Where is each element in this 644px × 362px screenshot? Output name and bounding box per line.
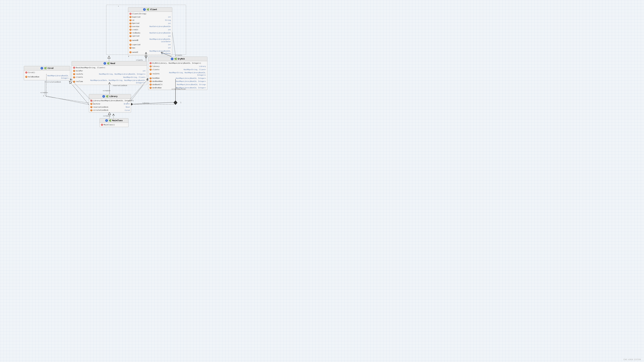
field-type-8: HashMap<LibraryBookId, LocalDate> bbox=[139, 38, 171, 43]
class-library-header: C 🌿 Library bbox=[89, 94, 131, 99]
field-icon-3: f bbox=[130, 22, 132, 24]
class-client-header: C 🌿 Client bbox=[128, 7, 172, 12]
library-name-2: reservationDesk bbox=[93, 106, 108, 108]
circd-type-1: HashMap<LibraryBookId, Integer> bbox=[40, 74, 69, 79]
library-field-0: C Library(HashMap<LibraryBookId, Integer… bbox=[89, 99, 131, 102]
qrymch-field-0: C QryMch(Library, HashMap<LibraryBookId,… bbox=[148, 62, 207, 65]
resd-name-3: clients bbox=[76, 76, 83, 78]
circd-c-icon: C bbox=[40, 67, 43, 69]
field-name-9: cuperiod bbox=[132, 43, 140, 46]
client-leaf-icon: 🌿 bbox=[146, 8, 149, 11]
qrymch-field-2: f clients HashMap<String, Client> bbox=[148, 68, 207, 71]
resd-type-2: HashMap<String, HashMap<LibraryBookId, I… bbox=[99, 73, 146, 75]
field-type-5: int bbox=[168, 28, 171, 31]
label-create-library: «create» bbox=[103, 115, 111, 117]
resd-field-4: f resTime HashMap<LocalDate, HashMap<Str… bbox=[72, 79, 147, 84]
label-create-circd: «create» bbox=[40, 92, 48, 93]
qrymch-name-0: QryMch(Library, HashMap<LibraryBookId, I… bbox=[152, 62, 201, 64]
library-name-1: machine bbox=[93, 103, 100, 105]
qrymch-name-1: library bbox=[152, 65, 160, 68]
library-c-icon: C bbox=[102, 95, 105, 98]
library-name-3: circulationDesk bbox=[93, 109, 108, 111]
diagram-canvas: C 🌿 Client C Client(String) f buperiod i… bbox=[0, 0, 644, 362]
qrymch-icon-3: f bbox=[150, 73, 152, 75]
circd-field-0: C Circd() bbox=[24, 71, 70, 74]
label-one-library: 1 bbox=[180, 102, 181, 103]
resd-name-0: Resd(HashMap<String, Client>) bbox=[76, 66, 105, 69]
qrymch-name-3: resInfo bbox=[152, 72, 160, 75]
client-field-2: f id String bbox=[128, 19, 172, 22]
client-field-3: f bperiod int bbox=[128, 22, 172, 25]
label-create-resd: «create» bbox=[103, 90, 110, 91]
field-type-3: int bbox=[168, 22, 171, 25]
field-icon-7: f bbox=[130, 35, 132, 37]
resd-icon-3: f bbox=[73, 76, 75, 78]
library-type-3: Circd bbox=[125, 109, 130, 111]
library-icon-0: C bbox=[90, 100, 92, 102]
qrymch-icon-1: f bbox=[150, 65, 152, 67]
field-icon-5: f bbox=[130, 29, 132, 31]
circd-icon-1: f bbox=[25, 76, 27, 78]
qrymch-name-5: donBookNum bbox=[152, 80, 162, 83]
field-name-4: overdue bbox=[132, 25, 139, 28]
class-qrymch-header: C 🌿 QryMch bbox=[148, 57, 207, 61]
field-type-10: int bbox=[168, 47, 171, 49]
label-one-qrymch: 1 bbox=[176, 87, 177, 89]
mainclass-title: MainClass bbox=[112, 119, 123, 122]
qrymch-leaf-icon: 🌿 bbox=[174, 58, 177, 60]
mainclass-icon-0: C bbox=[101, 124, 103, 126]
mainclass-body: C MainClass() bbox=[100, 123, 128, 127]
client-field-10: f max int bbox=[128, 46, 172, 49]
label-dot-top: · bbox=[118, 4, 119, 8]
field-type-4: HashSet<LibraryBookId> bbox=[150, 25, 171, 28]
qrymch-field-5: f donBookNum HashMap<LibraryBookId, Inte… bbox=[148, 80, 207, 83]
qrymch-icon-0: C bbox=[150, 62, 152, 64]
qrymch-name-4: bookNum bbox=[152, 77, 160, 79]
client-field-8: f ownedB HashMap<LibraryBookId, LocalDat… bbox=[128, 38, 172, 43]
field-type-6: HashSet<LibraryBookId> bbox=[150, 32, 171, 34]
field-icon-11: f bbox=[130, 51, 132, 53]
label-one-create: 1 bbox=[43, 95, 44, 97]
client-field-4: f overdue HashSet<LibraryBookId> bbox=[128, 25, 172, 28]
qrymch-icon-7: f bbox=[150, 87, 152, 89]
class-circd: C 🌿 Circd C Circd() f heldBookNum HashMa… bbox=[24, 66, 70, 80]
circd-icon-0: C bbox=[25, 71, 27, 73]
resd-leaf-icon: 🌿 bbox=[107, 62, 110, 65]
arrows-layer bbox=[0, 0, 644, 362]
field-type-11: HashMap<LibraryBookId, LocalDate> bbox=[139, 50, 171, 55]
mainclass-c-icon: C bbox=[105, 119, 108, 122]
library-field-1: f machine QryMch bbox=[89, 102, 131, 105]
qrymch-body: C QryMch(Library, HashMap<LibraryBookId,… bbox=[148, 61, 207, 90]
qrymch-field-3: f resInfo HashMap<String, HashMap<Librar… bbox=[148, 71, 207, 77]
field-name-2: id bbox=[132, 19, 134, 21]
field-name-3: bperiod bbox=[132, 22, 139, 25]
qrymch-icon-5: f bbox=[150, 80, 152, 82]
resd-title: Resd bbox=[110, 62, 115, 64]
field-name-7: cperiod bbox=[132, 35, 139, 37]
watermark-text: CSAI ©2018 2237330 bbox=[624, 359, 641, 361]
svg-line-11 bbox=[45, 96, 89, 105]
client-field-9: f cuperiod int bbox=[128, 43, 172, 46]
label-library: library bbox=[142, 102, 149, 104]
qrymch-name-7: donBrwNum bbox=[152, 86, 162, 89]
resd-field-2: f resInfo HashMap<String, HashMap<Librar… bbox=[72, 72, 147, 76]
library-icon-1: f bbox=[90, 103, 92, 105]
library-field-2: f reservationDesk Resd bbox=[89, 105, 131, 109]
field-icon-6: f bbox=[130, 32, 132, 34]
label-clients-below: clients bbox=[136, 59, 143, 61]
class-mainclass-header: C 🌿 MainClass bbox=[100, 118, 128, 123]
client-title: Client bbox=[150, 8, 157, 11]
mainclass-field-0: C MainClass() bbox=[100, 123, 128, 126]
resd-name-2: resInfo bbox=[76, 73, 83, 75]
field-icon-10: f bbox=[130, 47, 132, 49]
client-field-0: C Client(String) bbox=[128, 12, 172, 15]
qrymch-icon-2: f bbox=[150, 68, 152, 71]
field-name-11: ownedC bbox=[132, 51, 138, 53]
resd-icon-0: C bbox=[73, 67, 75, 69]
svg-line-26 bbox=[46, 96, 89, 103]
field-icon-2: f bbox=[130, 19, 132, 21]
client-field-1: f buperiod int bbox=[128, 15, 172, 19]
circd-field-1: f heldBookNum HashMap<LibraryBookId, Int… bbox=[24, 74, 70, 80]
field-name-1: buperiod bbox=[132, 16, 140, 18]
watermark: CSAI ©2018 2237330 bbox=[624, 359, 641, 361]
